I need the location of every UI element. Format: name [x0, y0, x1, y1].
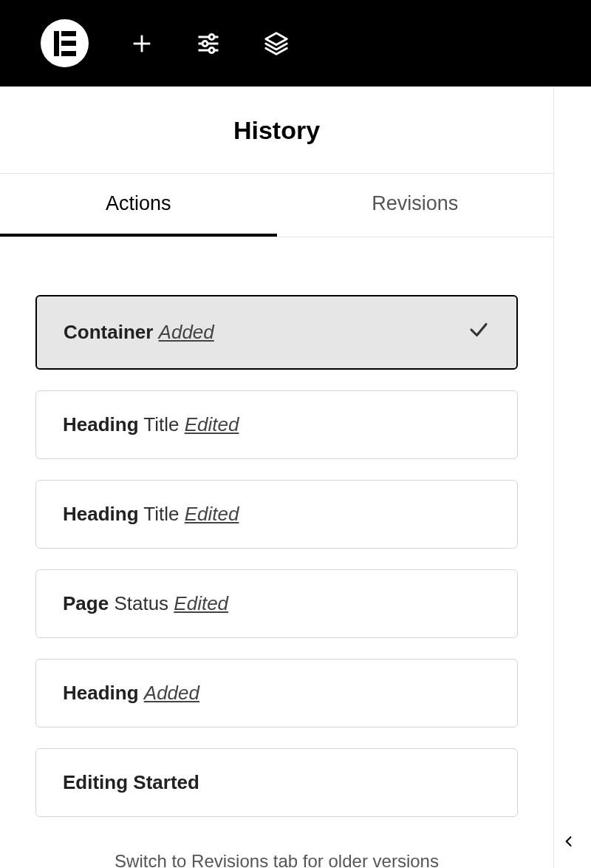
history-item[interactable]: Heading Title Edited [35, 390, 518, 459]
history-item-element: Page [63, 592, 109, 614]
history-item-property: Title [143, 413, 179, 435]
sliders-icon[interactable] [195, 30, 222, 57]
history-panel: History Actions Revisions Container Adde… [0, 87, 554, 868]
history-item[interactable]: Page Status Edited [35, 569, 518, 638]
check-icon [468, 319, 490, 346]
svg-point-3 [209, 34, 214, 39]
history-item[interactable]: Heading Title Edited [35, 480, 518, 549]
history-item-action: Edited [174, 592, 228, 614]
tab-revisions[interactable]: Revisions [277, 174, 554, 237]
history-item-action: Edited [185, 503, 239, 525]
history-item-action: Edited [185, 413, 239, 435]
svg-point-7 [209, 47, 214, 52]
panel-title: History [0, 87, 553, 174]
history-item-property: Status [114, 592, 168, 614]
history-list: Container Added Heading Title Edited Hea… [0, 237, 553, 817]
history-item-action: Added [159, 321, 214, 343]
history-item-element: Heading [63, 413, 139, 435]
collapse-caret-icon[interactable] [554, 827, 584, 856]
history-item[interactable]: Editing Started [35, 748, 518, 817]
history-item-element: Heading [63, 503, 139, 525]
history-item-element: Heading [63, 682, 139, 704]
history-item-property: Title [143, 503, 179, 525]
svg-marker-8 [266, 33, 287, 44]
svg-point-5 [202, 41, 208, 46]
tabs: Actions Revisions [0, 174, 553, 237]
elementor-logo[interactable] [41, 19, 89, 67]
tab-actions[interactable]: Actions [0, 174, 277, 237]
history-item-element: Container [64, 321, 153, 343]
history-item[interactable]: Heading Added [35, 659, 518, 728]
footer-hint: Switch to Revisions tab for older versio… [0, 838, 553, 868]
history-item[interactable]: Container Added [35, 295, 518, 370]
history-item-element: Editing Started [63, 771, 199, 793]
plus-icon[interactable] [129, 31, 154, 56]
layers-icon[interactable] [262, 30, 290, 58]
history-item-action: Added [144, 682, 199, 704]
topbar [0, 0, 591, 87]
